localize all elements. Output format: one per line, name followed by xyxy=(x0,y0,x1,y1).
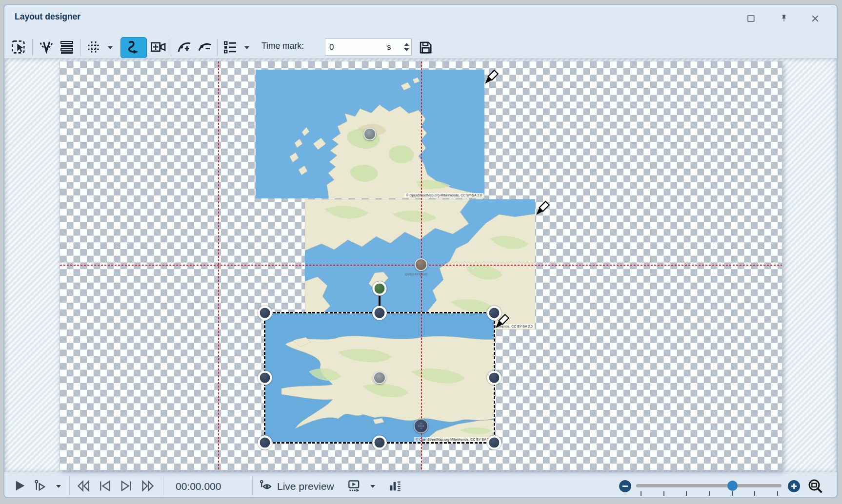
bars-icon xyxy=(388,479,401,493)
grid-dropdown[interactable] xyxy=(104,37,117,58)
smooth-path-button[interactable] xyxy=(120,37,147,58)
rotation-handle[interactable] xyxy=(373,282,387,296)
play-from-marker-icon xyxy=(34,479,47,493)
vertical-guide-line xyxy=(218,61,219,470)
zoom-in-button[interactable] xyxy=(788,480,800,492)
resize-handle-top-right[interactable] xyxy=(487,306,501,320)
grid-button[interactable] xyxy=(84,37,103,58)
maximize-button[interactable] xyxy=(743,12,758,25)
transport-separator xyxy=(69,476,70,496)
zoom-tick xyxy=(641,491,642,496)
key-point-list-button[interactable] xyxy=(221,37,240,58)
time-mark-label: Time mark: xyxy=(261,41,304,51)
rewind-button[interactable] xyxy=(75,478,92,494)
rewind-icon xyxy=(77,479,90,493)
paintbrush-icon xyxy=(535,200,551,216)
paintbrush-icon xyxy=(484,69,500,85)
layout-designer-screen: Layout designer Time mark: s xyxy=(0,0,842,504)
play-from-marker-button[interactable] xyxy=(32,478,49,494)
timeline-stats-button[interactable] xyxy=(386,478,403,494)
time-mark-unit: s xyxy=(387,42,391,52)
resize-handle-middle-right[interactable] xyxy=(487,371,501,385)
chevron-down-icon xyxy=(55,483,62,489)
window-title: Layout designer xyxy=(15,12,80,22)
transport-separator xyxy=(252,476,253,496)
pin-button[interactable] xyxy=(777,12,791,25)
skip-to-end-button[interactable] xyxy=(118,478,135,494)
preview-options-dropdown[interactable] xyxy=(367,478,379,494)
plus-icon xyxy=(790,483,798,490)
maximize-icon xyxy=(746,14,756,23)
zoom-tick xyxy=(663,491,664,496)
resize-handle-top-center[interactable] xyxy=(373,306,387,320)
time-mark-input[interactable] xyxy=(325,42,384,53)
live-preview-eye-icon xyxy=(259,479,273,493)
resize-handle-middle-left[interactable] xyxy=(258,371,272,385)
show-key-points-button[interactable] xyxy=(36,37,57,58)
zoom-tick xyxy=(709,491,710,496)
toolbar-separator xyxy=(32,39,33,56)
move-arrows-icon xyxy=(417,422,425,430)
live-preview-label: Live preview xyxy=(277,481,334,492)
preview-window-icon xyxy=(347,479,362,493)
remove-key-point-button[interactable] xyxy=(196,37,214,58)
toolbar-separator xyxy=(80,39,81,56)
play-options-dropdown[interactable] xyxy=(53,478,64,494)
zoom-tick xyxy=(686,491,687,496)
map-attribution: © OpenStreetMap.org-Mitwirkende, CC BY-S… xyxy=(404,193,483,197)
layers-button[interactable] xyxy=(57,37,77,58)
key-point-marker[interactable] xyxy=(363,128,376,140)
fast-forward-icon xyxy=(141,479,155,493)
zoom-slider-track[interactable] xyxy=(636,484,782,487)
grid-icon xyxy=(86,39,101,55)
time-mark-spinner[interactable] xyxy=(403,42,410,53)
chevron-down-icon xyxy=(107,44,114,50)
resize-handle-bottom-right[interactable] xyxy=(487,436,501,450)
key-point-marker-active[interactable] xyxy=(415,258,427,271)
key-points-curve-icon xyxy=(39,39,54,55)
timestamp: 00:00.000 xyxy=(176,481,221,492)
zoom-out-button[interactable] xyxy=(619,480,631,492)
resize-handle-bottom-center[interactable] xyxy=(373,436,387,450)
smooth-curve-icon xyxy=(125,39,142,56)
map-country-label: United Kingdom xyxy=(405,272,427,276)
save-icon xyxy=(418,40,433,55)
select-tool-button[interactable] xyxy=(8,37,29,58)
point-minus-icon xyxy=(197,39,213,55)
zoom-tick xyxy=(777,491,778,496)
play-icon xyxy=(13,479,27,493)
live-preview-toggle[interactable] xyxy=(258,478,274,494)
close-button[interactable] xyxy=(808,12,822,25)
add-key-point-button[interactable] xyxy=(175,37,194,58)
resize-handle-top-left[interactable] xyxy=(258,306,272,320)
pan-camera-icon xyxy=(150,39,167,55)
skip-to-start-button[interactable] xyxy=(97,478,113,494)
zoom-tick xyxy=(754,491,755,496)
chevron-down-icon xyxy=(243,44,250,50)
play-button[interactable] xyxy=(12,478,28,494)
fast-forward-button[interactable] xyxy=(140,478,156,494)
point-plus-icon xyxy=(177,39,192,55)
layers-icon xyxy=(59,39,75,55)
preview-window-button[interactable] xyxy=(346,478,363,494)
key-point-marker[interactable] xyxy=(373,371,386,384)
toolbar-separator xyxy=(171,39,171,56)
transport-separator xyxy=(163,476,163,496)
chevron-down-icon xyxy=(369,483,376,489)
key-point-list-dropdown[interactable] xyxy=(241,37,253,58)
toolbar-separator xyxy=(217,39,218,56)
minus-icon xyxy=(621,483,629,490)
zoom-to-fit-button[interactable] xyxy=(807,478,823,494)
magnifier-fit-icon xyxy=(807,478,823,494)
skip-start-icon xyxy=(98,479,112,493)
close-icon xyxy=(810,14,820,23)
skip-end-icon xyxy=(120,479,133,493)
time-mark-field[interactable]: s xyxy=(325,39,412,56)
pin-icon xyxy=(779,14,789,23)
pan-zoom-camera-button[interactable] xyxy=(148,37,169,58)
resize-handle-bottom-left[interactable] xyxy=(258,436,272,450)
zoom-slider-thumb[interactable] xyxy=(727,481,738,491)
move-position-marker[interactable] xyxy=(414,419,428,433)
save-button[interactable] xyxy=(416,37,435,58)
list-icon xyxy=(222,39,238,55)
